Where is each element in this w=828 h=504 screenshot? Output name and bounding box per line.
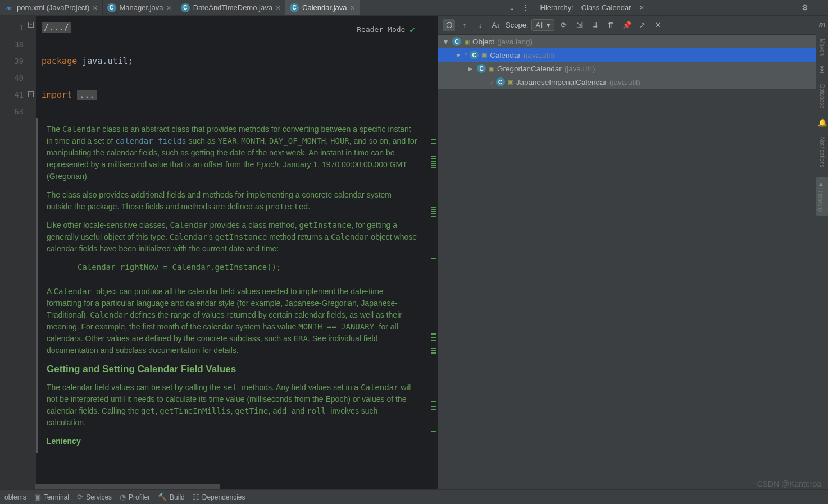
class-icon: C: [181, 3, 190, 12]
hierarchy-panel: ⬡ ↑ ↓ A↓ Scope: All▾ ⟳ ⇲ ⇊ ⇈ 📌 ↗ ✕ ▾C▣Ob…: [438, 16, 828, 489]
close-icon[interactable]: ×: [351, 3, 355, 12]
autoscroll-icon[interactable]: ⇲: [574, 19, 586, 31]
maven-tool-icon[interactable]: m: [819, 20, 826, 29]
expand-all-icon[interactable]: ⇊: [589, 19, 602, 31]
class-icon: C: [107, 3, 116, 12]
chevron-icon[interactable]: ▸: [466, 64, 474, 73]
marks-stripe[interactable]: [430, 16, 438, 489]
collapse-all-icon[interactable]: ⇈: [605, 19, 617, 31]
bell-icon[interactable]: 🔔: [818, 118, 827, 127]
package-icon: ▣: [464, 38, 470, 45]
tabs-more-icon[interactable]: ⋮: [522, 3, 529, 12]
check-icon: ✔: [410, 21, 415, 38]
tab-manager[interactable]: CManager.java×: [103, 0, 176, 15]
minimize-icon[interactable]: —: [815, 3, 822, 12]
hierarchy-tree[interactable]: ▾C▣Object(java.lang)▾*C▣Calendar(java.ut…: [438, 35, 816, 489]
problems-tool[interactable]: oblems: [4, 493, 26, 501]
close-icon[interactable]: ✕: [652, 19, 665, 31]
tab-bar: mpom.xml (JavaProject)× CManager.java× C…: [0, 0, 828, 16]
tabs-dropdown-icon[interactable]: ⌄: [509, 3, 515, 12]
terminal-tool[interactable]: ▣Terminal: [34, 493, 69, 501]
services-tool[interactable]: ⟳Services: [77, 493, 112, 501]
package-icon: ▣: [508, 79, 513, 86]
status-bar: oblems ▣Terminal ⟳Services ◔Profiler 🔨Bu…: [0, 489, 828, 504]
close-icon[interactable]: ×: [276, 3, 280, 12]
profiler-tool[interactable]: ◔Profiler: [120, 493, 150, 501]
chevron-icon[interactable]: ▾: [442, 37, 449, 46]
class-hierarchy-icon[interactable]: ⬡: [443, 19, 455, 31]
package-icon: ▣: [481, 52, 487, 59]
build-tool[interactable]: 🔨Build: [158, 493, 185, 501]
hierarchy-icon[interactable]: ▲: [817, 180, 825, 188]
hierarchy-panel-title: Hierarchy: Class Calendar×: [535, 0, 653, 15]
fold-toggle[interactable]: +: [28, 91, 34, 97]
class-icon: C: [452, 37, 461, 46]
open-in-window-icon[interactable]: ↗: [636, 19, 649, 31]
database-icon[interactable]: 🗄: [818, 66, 826, 74]
gutter: 13839404163: [0, 16, 28, 489]
tab-pom[interactable]: mpom.xml (JavaProject)×: [0, 0, 103, 15]
class-icon: C: [290, 3, 299, 12]
class-icon: C: [477, 64, 486, 73]
hierarchy-item[interactable]: Class Calendar×: [578, 2, 647, 13]
class-icon: C: [496, 77, 505, 86]
chevron-icon[interactable]: ▾: [454, 51, 462, 59]
profiler-icon: ◔: [120, 493, 126, 501]
tree-row[interactable]: ▾*C▣Calendar(java.util): [438, 48, 816, 62]
reader-mode-toggle[interactable]: Reader Mode✔: [357, 21, 415, 38]
refresh-icon[interactable]: ⟳: [558, 19, 570, 31]
package-icon: ▣: [489, 65, 494, 72]
services-icon: ⟳: [77, 493, 83, 501]
horizontal-scrollbar[interactable]: [35, 484, 220, 489]
build-icon: 🔨: [158, 493, 167, 501]
subtypes-icon[interactable]: ↓: [474, 19, 486, 31]
gear-icon[interactable]: ⚙: [802, 3, 808, 12]
close-icon[interactable]: ×: [640, 3, 644, 12]
editor: 13839404163 + + /.../ package java.util;…: [0, 16, 438, 489]
maven-file-icon: m: [4, 3, 13, 12]
scope-select[interactable]: All▾: [531, 19, 554, 31]
close-icon[interactable]: ×: [167, 3, 171, 12]
scope-label: Scope:: [506, 21, 528, 29]
tab-datetimedemo[interactable]: CDateAndTimeDemo.java×: [176, 0, 285, 15]
supertypes-icon[interactable]: ↑: [458, 19, 471, 31]
hierarchy-toolbar: ⬡ ↑ ↓ A↓ Scope: All▾ ⟳ ⇲ ⇊ ⇈ 📌 ↗ ✕: [438, 16, 816, 35]
fold-column: + +: [28, 16, 36, 489]
right-tool-rail: mMaven 🗄Database 🔔Notifications ▲Hierarc…: [816, 16, 828, 489]
terminal-icon: ▣: [34, 493, 41, 501]
dependencies-tool[interactable]: ☷Dependencies: [193, 493, 245, 501]
javadoc: The Calendar class is an abstract class …: [36, 118, 438, 453]
tab-calendar[interactable]: CCalendar.java×: [285, 0, 360, 15]
sort-icon[interactable]: A↓: [490, 19, 502, 31]
pin-icon[interactable]: 📌: [621, 19, 633, 31]
code-area[interactable]: /.../ package java.util; import ... The …: [36, 16, 438, 489]
class-icon: C: [470, 51, 479, 59]
tree-row[interactable]: ▸C▣GregorianCalendar(java.util): [438, 62, 816, 75]
tree-row[interactable]: ○C▣JapaneseImperialCalendar(java.util): [438, 75, 816, 89]
close-icon[interactable]: ×: [93, 3, 97, 12]
deps-icon: ☷: [193, 493, 199, 501]
fold-toggle[interactable]: +: [28, 22, 34, 28]
tree-row[interactable]: ▾C▣Object(java.lang): [438, 35, 816, 48]
